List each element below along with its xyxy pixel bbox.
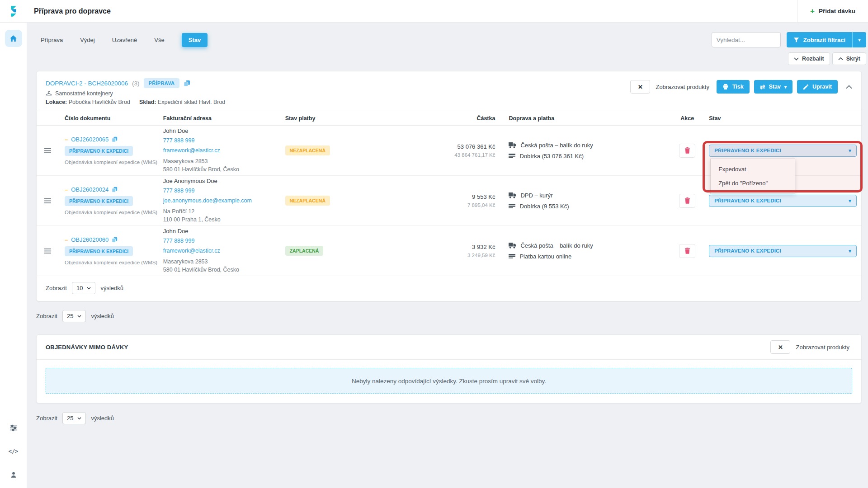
copy-icon[interactable] [184, 80, 190, 87]
truck-icon [509, 142, 516, 148]
expand-all-button[interactable]: Rozbalit [788, 52, 830, 65]
shipping-method: Česká pošta – balík do ruky [520, 242, 593, 249]
batch-status-button-label: Stav [769, 84, 780, 90]
sidebar: </> [0, 23, 27, 488]
edit-button[interactable]: Upravit [797, 80, 838, 94]
code-icon: </> [9, 448, 19, 455]
top-bar: Příprava pro dopravce + Přidat dávku [0, 0, 868, 23]
user-icon [10, 471, 17, 479]
amount-primary: 9 553 Kč [362, 193, 495, 200]
customer-street: Masarykova 2853 [163, 158, 285, 166]
customer-name: John Doe [163, 127, 285, 134]
order-status-select[interactable]: PŘIPRAVENO K EXPEDICI ▾ [709, 145, 857, 157]
outside-orders-title: OBJEDNÁVKY MIMO DÁVKY [46, 344, 128, 351]
tab-vse[interactable]: Vše [154, 37, 164, 43]
search-input[interactable] [712, 32, 781, 47]
page-size-select[interactable]: 10 [72, 282, 95, 294]
customer-phone[interactable]: 777 888 999 [163, 137, 285, 144]
batch-count: (3) [132, 80, 140, 87]
amount-secondary: 43 864 761,17 Kč [362, 152, 495, 158]
page-size-value: 10 [76, 285, 83, 291]
tab-stav[interactable]: Stav [182, 33, 208, 47]
transfer-icon: ⇄ [760, 83, 765, 90]
chevron-down-icon [77, 315, 81, 318]
collapse-label: Skrýt [846, 56, 860, 62]
drag-handle[interactable] [37, 148, 59, 153]
caret-down-icon: ▾ [849, 148, 851, 154]
delete-button[interactable] [679, 244, 695, 258]
sidebar-item-account[interactable] [9, 470, 19, 480]
order-status-badge: PŘIPRAVENO K EXPEDICI [65, 246, 133, 256]
collapse-card-button[interactable] [846, 85, 852, 89]
results-label: výsledků [100, 285, 123, 291]
status-dropdown-menu: Expedovat Zpět do "Pořízeno" [710, 159, 795, 194]
sidebar-item-developer[interactable]: </> [9, 446, 19, 456]
header-actions: Akce [669, 115, 705, 122]
copy-icon[interactable] [112, 136, 118, 142]
customer-email[interactable]: joe.anonymous.doe@example.com [163, 197, 285, 204]
customer-email[interactable]: framework@elasticr.cz [163, 147, 285, 154]
customer-email[interactable]: framework@elasticr.cz [163, 248, 285, 254]
menu-item-zpet-do-porizeno[interactable]: Zpět do "Pořízeno" [711, 176, 795, 190]
shipping-method: Česká pošta – balík do ruky [520, 142, 593, 149]
page-size-select[interactable]: 25 [62, 310, 86, 322]
outside-orders-clear-button[interactable]: ✕ [770, 340, 790, 354]
results-label: výsledků [91, 415, 114, 422]
filter-caret-button[interactable]: ▾ [853, 32, 866, 47]
delete-button[interactable] [679, 144, 695, 158]
batch-status-button[interactable]: ⇄ Stav ▾ [754, 80, 793, 94]
customer-street: Na Poříčí 12 [163, 208, 285, 216]
chevron-up-icon [838, 57, 843, 61]
copy-icon[interactable] [112, 187, 118, 192]
sidebar-item-home[interactable] [5, 30, 22, 47]
show-filter-button[interactable]: Zobrazit filtraci [787, 32, 853, 47]
menu-item-expedovat[interactable]: Expedovat [711, 162, 795, 176]
amount-secondary: 7 895,04 Kč [362, 202, 495, 208]
chevron-down-icon [87, 287, 91, 290]
payment-method: Dobírka (9 553 Kč) [519, 203, 569, 210]
batch-warehouse: Sklad: Expediční sklad Havl. Brod [139, 99, 225, 105]
batch-clear-button[interactable]: ✕ [630, 80, 650, 94]
batch-container-type: Samostatné kontejnery [55, 90, 113, 97]
order-status-select[interactable]: PŘIPRAVENO K EXPEDICI ▾ [709, 195, 857, 207]
order-status-select[interactable]: PŘIPRAVENO K EXPEDICI ▾ [709, 245, 857, 257]
chevron-down-icon [77, 417, 81, 420]
order-status-select-value: PŘIPRAVENO K EXPEDICI [714, 198, 781, 203]
copy-icon[interactable] [112, 237, 118, 243]
show-products-label: Zobrazovat produkty [656, 84, 709, 90]
dash-icon: – [65, 186, 68, 193]
empty-results-message: Nebyly nalezeny odpovídající výsledky. Z… [46, 368, 852, 394]
chevron-down-icon [794, 57, 799, 61]
print-button[interactable]: Tisk [717, 80, 750, 94]
trash-icon [684, 147, 690, 154]
order-link[interactable]: OBJ26020024 [71, 186, 108, 193]
drag-handle[interactable] [37, 198, 59, 203]
collapse-all-button[interactable]: Skrýt [832, 52, 866, 65]
drag-handle[interactable] [37, 249, 59, 253]
order-link[interactable]: OBJ26020060 [71, 236, 108, 243]
payment-method: Platba kartou online [519, 253, 571, 260]
payment-status-badge: NEZAPLACENÁ [285, 145, 330, 155]
tab-priprava[interactable]: Příprava [41, 37, 63, 43]
sidebar-item-settings[interactable] [9, 423, 19, 433]
add-batch-button[interactable]: + Přidat dávku [797, 0, 868, 23]
dash-icon: – [65, 236, 68, 243]
batch-link[interactable]: DOPRAVCI-2 - BCH26020006 [46, 80, 128, 87]
customer-phone[interactable]: 777 888 999 [163, 188, 285, 194]
tab-uzavrene[interactable]: Uzavřené [112, 37, 137, 43]
delete-button[interactable] [679, 194, 695, 208]
app-logo-icon [6, 4, 21, 19]
payment-method: Dobírka (53 076 361 Kč) [519, 153, 584, 160]
order-status-select-value: PŘIPRAVENO K EXPEDICI [714, 248, 781, 253]
printer-icon [722, 84, 729, 90]
pencil-icon [803, 84, 809, 90]
page-size-select[interactable]: 25 [62, 412, 86, 424]
batch-card: DOPRAVCI-2 - BCH26020006(3) PŘÍPRAVA [36, 71, 862, 301]
amount-primary: 3 932 Kč [362, 244, 495, 250]
tab-vydej[interactable]: Výdej [80, 37, 95, 43]
header-status: Stav [705, 115, 861, 122]
order-type: Objednávka komplexní expedice (WMS) [65, 210, 163, 215]
header-payment-status: Stav platby [285, 115, 362, 122]
customer-phone[interactable]: 777 888 999 [163, 238, 285, 244]
order-link[interactable]: OBJ26020065 [71, 136, 108, 143]
